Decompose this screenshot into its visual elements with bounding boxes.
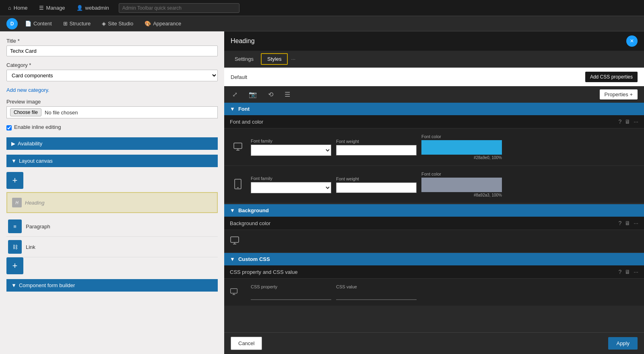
background-section-header[interactable]: ▼ Background (224, 204, 644, 217)
font-family-desktop-select[interactable] (251, 145, 331, 156)
panel-tabs: Settings Styles ··· (224, 51, 644, 68)
preview-icon[interactable]: 📷 (247, 90, 258, 99)
search-input[interactable] (119, 3, 239, 13)
add-component-bottom-button[interactable]: + (6, 257, 23, 274)
font-weight-mobile-input[interactable] (336, 182, 417, 193)
site-logo: D (6, 18, 18, 29)
css-help-icon[interactable]: ? (619, 269, 622, 275)
tab-settings[interactable]: Settings (229, 54, 259, 64)
layout-canvas-header[interactable]: ▼ Layout canvas (6, 155, 218, 167)
desktop-icon[interactable]: 🖥 (625, 118, 630, 125)
font-color-mobile-swatch[interactable] (421, 178, 502, 192)
font-family-label: Font family (251, 139, 331, 143)
site-studio-nav-item[interactable]: ◈ Site Studio (98, 18, 137, 29)
availability-header[interactable]: ▶ Availability (6, 137, 218, 150)
title-label: Title * (6, 38, 218, 44)
help-icon[interactable]: ? (619, 118, 622, 125)
appearance-icon: 🎨 (144, 21, 151, 27)
appearance-label: Appearance (153, 21, 181, 27)
manage-label: Manage (46, 5, 65, 11)
manage-nav-item[interactable]: ☰ Manage (34, 2, 70, 13)
enable-inline-checkbox[interactable] (6, 125, 12, 130)
appearance-nav-item[interactable]: 🎨 Appearance (140, 18, 185, 29)
component-form-section: ▼ Component form builder (6, 279, 218, 292)
home-nav-item[interactable]: ⌂ Home (3, 2, 33, 13)
structure-nav-item[interactable]: ⊞ Structure (59, 18, 95, 29)
css-property-input[interactable] (251, 290, 331, 300)
link-row[interactable]: ⛓ Link (6, 237, 218, 257)
add-component-button[interactable]: + (6, 172, 23, 189)
link-label: Link (26, 244, 35, 250)
font-family-mobile-select[interactable] (251, 182, 331, 193)
css-property-field: CSS property (251, 284, 331, 300)
font-color-mobile-caption: #8a92a3, 100% (421, 193, 502, 197)
paragraph-row[interactable]: ≡ Paragraph (6, 216, 218, 237)
bg-help-icon[interactable]: ? (619, 220, 622, 226)
panel-content: Default Add CSS properties ⤢ 📷 ⟲ ☰ Prope… (224, 68, 644, 354)
structure-icon: ⊞ (63, 21, 68, 27)
user-icon: 👤 (76, 5, 83, 11)
font-weight-desktop-input[interactable] (336, 145, 417, 155)
toolbar-search[interactable] (119, 3, 239, 13)
heading-block[interactable]: H Heading (6, 192, 218, 213)
availability-section: ▶ Availability (6, 137, 218, 150)
custom-css-subsection-icons: ? 🖥 ··· (619, 269, 638, 275)
heading-block-icon: H (12, 198, 22, 207)
desktop-device-icon (230, 142, 246, 153)
css-value-field: CSS value (336, 284, 417, 300)
tab-more[interactable]: ··· (289, 54, 297, 64)
component-form-header[interactable]: ▼ Component form builder (6, 279, 218, 292)
content-label: Content (33, 21, 52, 27)
user-nav-item[interactable]: 👤 webadmin (72, 2, 114, 13)
panel-title: Heading (231, 37, 255, 45)
title-input[interactable] (6, 46, 218, 56)
background-desktop-icon (224, 230, 644, 252)
admin-toolbar: ⌂ Home ☰ Manage 👤 webadmin (0, 0, 644, 16)
svg-rect-8 (231, 289, 237, 294)
paragraph-label: Paragraph (26, 224, 50, 230)
content-nav-item[interactable]: 📄 Content (21, 18, 56, 29)
custom-css-subsection-header: CSS property and CSS value ? 🖥 ··· (224, 265, 644, 279)
font-section-header[interactable]: ▼ Font (224, 103, 644, 115)
default-bar: Default Add CSS properties (224, 68, 644, 86)
font-family-desktop: Font family (251, 139, 331, 156)
css-desktop-icon[interactable]: 🖥 (625, 269, 630, 275)
structure-label: Structure (70, 21, 91, 27)
file-input-row: Choose file No file chosen (6, 106, 218, 118)
main-layout: Title * Category * Card components Add n… (0, 31, 644, 354)
font-subsection-label: Font and color (230, 119, 263, 125)
mobile-font-row: Font family Font weight Font color #8a92… (224, 166, 644, 203)
transform-icon[interactable]: ⟲ (266, 90, 275, 99)
font-color-desktop-swatch[interactable] (421, 140, 502, 155)
secondary-nav: D 📄 Content ⊞ Structure ◈ Site Studio 🎨 … (0, 16, 644, 31)
paragraph-icon: ≡ (8, 219, 22, 233)
list-icon[interactable]: ☰ (283, 90, 292, 99)
content-icon: 📄 (25, 21, 31, 27)
more-icon[interactable]: ··· (634, 118, 638, 125)
font-family-mobile: Font family (251, 176, 331, 193)
cancel-button[interactable]: Cancel (231, 337, 262, 350)
font-color-desktop: Font color #28a9e0, 100% (421, 134, 502, 160)
font-color-label: Font color (421, 134, 502, 139)
background-subsection-label: Background color (230, 220, 270, 226)
layout-canvas-expand-icon: ▼ (11, 158, 17, 164)
properties-button[interactable]: Properties + (600, 89, 638, 99)
panel-title-bar: Heading × (224, 31, 644, 51)
font-section: ▼ Font Font and color ? 🖥 ··· (224, 103, 644, 203)
font-weight-mobile-label: Font weight (336, 176, 417, 181)
close-button[interactable]: × (626, 35, 638, 47)
css-more-icon[interactable]: ··· (634, 269, 638, 275)
bg-more-icon[interactable]: ··· (634, 220, 638, 226)
custom-css-section-header[interactable]: ▼ Custom CSS (224, 253, 644, 265)
bg-desktop-icon[interactable]: 🖥 (625, 220, 630, 226)
category-select[interactable]: Card components (6, 70, 218, 81)
custom-css-section-label: Custom CSS (238, 256, 270, 262)
choose-file-button[interactable]: Choose file (10, 108, 41, 116)
tab-styles[interactable]: Styles (261, 53, 288, 65)
add-css-properties-button[interactable]: Add CSS properties (585, 72, 638, 82)
apply-button[interactable]: Apply (608, 337, 638, 350)
add-category-link[interactable]: Add new category. (6, 87, 50, 93)
css-value-input[interactable] (336, 290, 417, 300)
background-section: ▼ Background Background color ? 🖥 ··· (224, 204, 644, 252)
responsive-icon[interactable]: ⤢ (231, 90, 239, 99)
